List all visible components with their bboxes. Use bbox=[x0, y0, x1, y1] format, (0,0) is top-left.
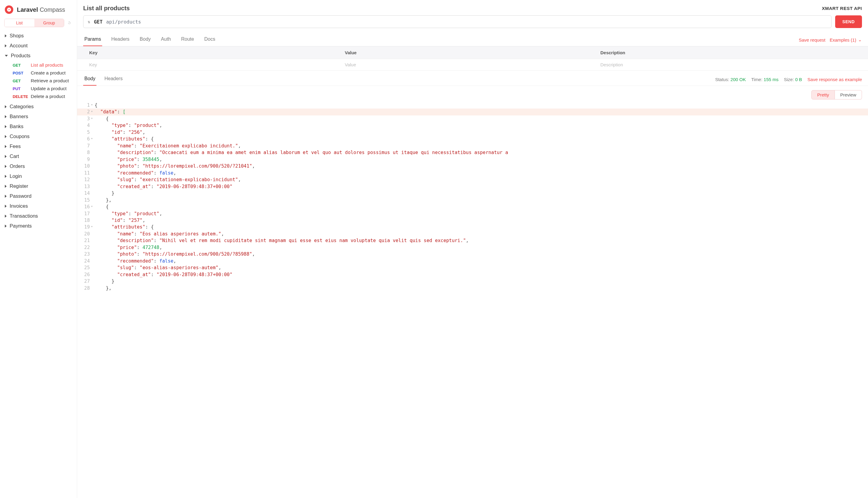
sidebar-item-label: Create a product bbox=[31, 70, 72, 76]
request-tabs: ParamsHeadersBodyAuthRouteDocs Save requ… bbox=[77, 34, 868, 47]
sidebar-group-orders[interactable]: Orders bbox=[3, 161, 74, 171]
refresh-icon[interactable] bbox=[66, 19, 72, 26]
sidebar-group-categories[interactable]: Categories bbox=[3, 102, 74, 112]
examples-dropdown[interactable]: Examples (1) ⌄ bbox=[830, 37, 862, 42]
sidebar-group-label: Login bbox=[10, 173, 22, 179]
chevron-right-icon bbox=[5, 105, 6, 108]
sidebar-group-label: Password bbox=[10, 193, 31, 199]
list-toggle[interactable]: List bbox=[4, 19, 35, 27]
sidebar-group-coupons[interactable]: Coupons bbox=[3, 131, 74, 141]
code-line: 24 "recommended": false, bbox=[77, 258, 868, 264]
col-key: Key bbox=[89, 50, 345, 55]
save-request-link[interactable]: Save request bbox=[799, 37, 825, 42]
code-line: 3▾ { bbox=[77, 116, 868, 122]
chevron-right-icon bbox=[5, 125, 6, 128]
code-line: 25 "slug": "eos-alias-asperiores-autem", bbox=[77, 264, 868, 271]
code-line: 9 "price": 358445, bbox=[77, 156, 868, 163]
sidebar-item-label: Delete a product bbox=[31, 94, 72, 99]
value-input[interactable]: Value bbox=[345, 62, 600, 67]
params-row[interactable]: Key Value Description bbox=[77, 59, 868, 70]
sidebar-group-label: Categories bbox=[10, 104, 34, 109]
pretty-toggle[interactable]: Pretty bbox=[811, 90, 834, 100]
tab-auth[interactable]: Auth bbox=[160, 34, 172, 46]
sidebar-group-label: Fees bbox=[10, 144, 21, 149]
sidebar-item[interactable]: PUTUpdate a product bbox=[6, 85, 74, 93]
fold-icon[interactable]: ▾ bbox=[91, 103, 93, 107]
sidebar-group-account[interactable]: Account bbox=[3, 41, 74, 51]
code-line: 11 "recommended": false, bbox=[77, 170, 868, 176]
fold-icon[interactable]: ▾ bbox=[91, 224, 93, 229]
sidebar-group-banners[interactable]: Banners bbox=[3, 112, 74, 121]
response-tabs: BodyHeaders Status: 200 OK Time: 155 ms … bbox=[77, 73, 868, 86]
chevron-right-icon bbox=[5, 44, 6, 47]
page-title: List all products bbox=[83, 5, 130, 12]
code-line: 16▾ { bbox=[77, 204, 868, 210]
sidebar-item[interactable]: GETList all products bbox=[6, 61, 74, 69]
sidebar-group-fees[interactable]: Fees bbox=[3, 141, 74, 151]
url-box[interactable]: ⇅ GET api/products bbox=[83, 15, 831, 28]
chevron-down-icon bbox=[5, 55, 8, 57]
url-text[interactable]: api/products bbox=[106, 19, 141, 25]
main: List all products XMART REST API ⇅ GET a… bbox=[77, 0, 868, 498]
chevron-updown-icon[interactable]: ⇅ bbox=[88, 19, 90, 24]
http-method[interactable]: GET bbox=[94, 19, 103, 25]
sidebar-item[interactable]: DELETEDelete a product bbox=[6, 93, 74, 100]
sidebar-group-password[interactable]: Password bbox=[3, 191, 74, 201]
code-line: 19▾ "attributes": { bbox=[77, 224, 868, 230]
sidebar-item-label: Retrieve a product bbox=[31, 78, 72, 83]
response-meta: Status: 200 OK Time: 155 ms Size: 0 B Sa… bbox=[715, 77, 862, 82]
sidebar-group-label: Transactions bbox=[10, 213, 38, 219]
sidebar-group-products[interactable]: Products bbox=[3, 51, 74, 61]
code-line: 2▾ "data": [ bbox=[77, 108, 868, 115]
sidebar-item[interactable]: GETRetrieve a product bbox=[6, 77, 74, 85]
code-line: 6▾ "attributes": { bbox=[77, 136, 868, 142]
response-body[interactable]: 1▾{2▾ "data": [3▾ {4 "type": "product",5… bbox=[77, 102, 868, 298]
fold-icon[interactable]: ▾ bbox=[91, 204, 93, 209]
chevron-right-icon bbox=[5, 225, 6, 227]
code-line: 18 "id": "257", bbox=[77, 217, 868, 224]
brand-title: Laravel Compass bbox=[17, 6, 65, 13]
method-badge: GET bbox=[13, 79, 31, 83]
sidebar-group-login[interactable]: Login bbox=[3, 171, 74, 181]
sidebar-group-invoices[interactable]: Invoices bbox=[3, 201, 74, 211]
chevron-right-icon bbox=[5, 205, 6, 208]
code-line: 4 "type": "product", bbox=[77, 122, 868, 129]
sidebar-group-transactions[interactable]: Transactions bbox=[3, 211, 74, 221]
fold-icon[interactable]: ▾ bbox=[91, 136, 93, 141]
method-badge: POST bbox=[13, 71, 31, 75]
desc-input[interactable]: Description bbox=[600, 62, 856, 67]
code-line: 7 "name": "Exercitaionem explicabo incid… bbox=[77, 143, 868, 149]
preview-toggle[interactable]: Preview bbox=[835, 90, 862, 100]
sidebar-group-cart[interactable]: Cart bbox=[3, 151, 74, 161]
tab-docs[interactable]: Docs bbox=[203, 34, 216, 46]
sidebar-group-payments[interactable]: Payments bbox=[3, 221, 74, 231]
code-line: 8 "description": "Occaecati eum a minima… bbox=[77, 149, 868, 156]
tab-body[interactable]: Body bbox=[139, 34, 152, 46]
chevron-right-icon bbox=[5, 145, 6, 148]
api-name: XMART REST API bbox=[822, 6, 862, 11]
sidebar-toggle: List Group bbox=[3, 19, 74, 27]
send-button[interactable]: SEND bbox=[835, 15, 862, 28]
sidebar-group-label: Orders bbox=[10, 163, 25, 169]
sidebar-group-label: Coupons bbox=[10, 133, 29, 139]
chevron-right-icon bbox=[5, 185, 6, 188]
tab-route[interactable]: Route bbox=[180, 34, 195, 46]
resp-tab-body[interactable]: Body bbox=[83, 73, 96, 86]
code-line: 22 "price": 472748, bbox=[77, 244, 868, 251]
code-line: 27 } bbox=[77, 278, 868, 285]
save-response-link[interactable]: Save response as example bbox=[807, 77, 862, 82]
resp-tab-headers[interactable]: Headers bbox=[103, 73, 123, 86]
fold-icon[interactable]: ▾ bbox=[91, 109, 93, 114]
tab-params[interactable]: Params bbox=[83, 34, 102, 46]
sidebar-group-register[interactable]: Register bbox=[3, 181, 74, 191]
sidebar-group-shops[interactable]: Shops bbox=[3, 31, 74, 41]
method-badge: DELETE bbox=[13, 94, 31, 99]
sidebar-item[interactable]: POSTCreate a product bbox=[6, 69, 74, 77]
sidebar-group-label: Register bbox=[10, 183, 28, 189]
sidebar-group-label: Banks bbox=[10, 123, 24, 129]
fold-icon[interactable]: ▾ bbox=[91, 116, 93, 121]
key-input[interactable]: Key bbox=[89, 62, 345, 67]
tab-headers[interactable]: Headers bbox=[110, 34, 131, 46]
sidebar-group-banks[interactable]: Banks bbox=[3, 121, 74, 131]
group-toggle[interactable]: Group bbox=[35, 19, 64, 27]
